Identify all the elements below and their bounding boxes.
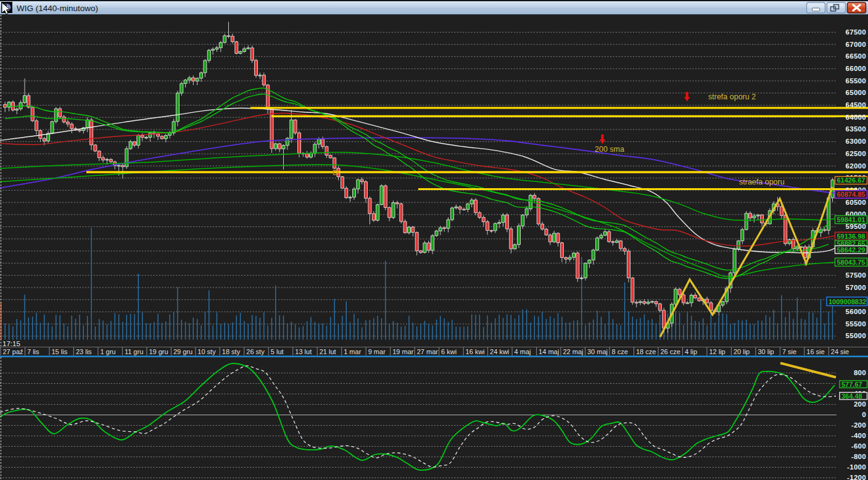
svg-text:1 gru: 1 gru xyxy=(100,348,115,355)
svg-text:64000: 64000 xyxy=(846,114,866,121)
svg-text:66500: 66500 xyxy=(846,52,866,60)
svg-text:1 mar: 1 mar xyxy=(344,348,361,355)
svg-text:5 lut: 5 lut xyxy=(271,348,284,355)
svg-text:27 paź: 27 paź xyxy=(3,348,23,355)
svg-text:57000: 57000 xyxy=(846,284,866,291)
svg-text:0: 0 xyxy=(862,411,866,418)
svg-text:63000: 63000 xyxy=(846,138,866,145)
svg-text:20 lip: 20 lip xyxy=(734,348,750,355)
svg-text:8 cze: 8 cze xyxy=(612,348,628,355)
svg-text:26 sty: 26 sty xyxy=(246,348,265,355)
svg-text:11 gru: 11 gru xyxy=(125,348,143,355)
svg-text:67000: 67000 xyxy=(846,41,866,48)
svg-text:-200: -200 xyxy=(851,421,866,429)
svg-text:6 kwi: 6 kwi xyxy=(441,348,457,355)
svg-text:63500: 63500 xyxy=(846,125,866,133)
svg-text:30 maj: 30 maj xyxy=(587,348,608,355)
svg-text:577.67: 577.67 xyxy=(841,381,862,388)
svg-text:29 gru: 29 gru xyxy=(173,348,192,355)
svg-text:60874.85: 60874.85 xyxy=(837,191,866,198)
svg-text:-800: -800 xyxy=(851,453,866,460)
svg-text:23 lis: 23 lis xyxy=(76,348,92,355)
svg-text:55500: 55500 xyxy=(846,320,866,328)
svg-text:61426.67: 61426.67 xyxy=(837,176,866,184)
svg-text:10 sty: 10 sty xyxy=(197,348,216,355)
svg-text:-1000: -1000 xyxy=(847,463,866,471)
svg-text:26 cze: 26 cze xyxy=(661,348,680,355)
svg-text:800: 800 xyxy=(854,369,866,376)
svg-text:14 maj: 14 maj xyxy=(539,348,559,355)
svg-text:200 sma: 200 sma xyxy=(595,145,624,154)
svg-text:62000: 62000 xyxy=(846,162,866,170)
svg-text:17:15: 17:15 xyxy=(2,340,20,347)
svg-text:59841.01: 59841.01 xyxy=(837,216,866,223)
svg-text:66000: 66000 xyxy=(846,65,866,72)
svg-text:58043.75: 58043.75 xyxy=(837,259,866,266)
svg-text:straefa oporu: straefa oporu xyxy=(739,178,785,186)
svg-text:65000: 65000 xyxy=(846,89,866,96)
svg-text:4 lip: 4 lip xyxy=(685,348,697,355)
svg-text:13 lut: 13 lut xyxy=(295,348,312,355)
svg-text:-1200: -1200 xyxy=(847,474,866,480)
svg-text:62500: 62500 xyxy=(846,150,866,157)
svg-text:56000: 56000 xyxy=(846,308,866,315)
svg-text:30 lip: 30 lip xyxy=(758,348,774,355)
svg-text:19 mar: 19 mar xyxy=(392,348,414,355)
svg-text:24 kwi: 24 kwi xyxy=(490,348,509,355)
svg-text:12 lip: 12 lip xyxy=(709,348,725,355)
svg-text:22 maj: 22 maj xyxy=(563,348,584,355)
svg-text:58642.29: 58642.29 xyxy=(837,246,866,254)
svg-text:59136.98: 59136.98 xyxy=(837,233,866,240)
svg-text:24 sie: 24 sie xyxy=(831,348,849,355)
svg-text:4 maj: 4 maj xyxy=(515,348,531,355)
svg-text:WIG (1440-minutowo): WIG (1440-minutowo) xyxy=(17,4,98,13)
svg-text:7 lis: 7 lis xyxy=(27,348,39,355)
svg-text:9 mar: 9 mar xyxy=(368,348,386,355)
svg-text:67500: 67500 xyxy=(846,28,866,36)
svg-text:18 sty: 18 sty xyxy=(222,348,241,355)
svg-text:60500: 60500 xyxy=(846,199,866,206)
svg-text:19 gru: 19 gru xyxy=(149,348,168,355)
svg-text:27 mar: 27 mar xyxy=(417,348,439,355)
svg-text:-400: -400 xyxy=(851,432,866,439)
svg-text:364.48: 364.48 xyxy=(841,392,862,400)
svg-text:55000: 55000 xyxy=(846,332,866,339)
svg-text:64500: 64500 xyxy=(846,101,866,109)
svg-text:16 kwi: 16 kwi xyxy=(466,348,485,355)
svg-text:strefa oporu 2: strefa oporu 2 xyxy=(708,93,756,101)
svg-text:15 lis: 15 lis xyxy=(52,348,68,355)
svg-text:1009008832: 1009008832 xyxy=(829,298,866,305)
svg-text:200: 200 xyxy=(854,400,866,408)
svg-text:7 sie: 7 sie xyxy=(782,348,796,355)
svg-text:18 cze: 18 cze xyxy=(636,348,656,355)
svg-text:65500: 65500 xyxy=(846,77,866,85)
svg-text:16 sie: 16 sie xyxy=(806,348,824,355)
svg-text:57500: 57500 xyxy=(846,271,866,279)
svg-text:21 lut: 21 lut xyxy=(320,348,336,355)
svg-text:-600: -600 xyxy=(851,442,866,450)
